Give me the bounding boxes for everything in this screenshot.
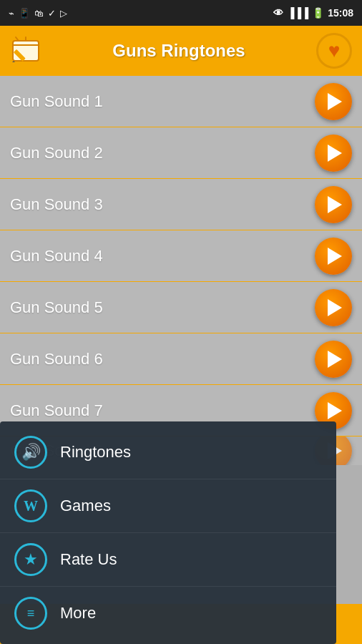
list-item[interactable]: Gun Sound 4 [0,230,362,282]
item-label: Gun Sound 3 [10,195,103,214]
ringtone-list: Gun Sound 1 Gun Sound 2 Gun Sound 3 Gun … [0,76,362,465]
list-item[interactable]: Gun Sound 1 [0,76,362,127]
play-icon [328,299,342,316]
sim-icon: 📱 [19,8,30,19]
play-button[interactable] [315,83,352,120]
dropdown-item-more[interactable]: ≡ More [0,587,336,640]
rate-label: Rate Us [60,550,117,569]
play-icon [328,93,342,110]
signal-icon: ▐▐▐ [287,7,308,19]
item-label: Gun Sound 4 [10,247,103,265]
eye-icon: 👁 [273,7,283,19]
list-icon: ≡ [27,606,35,621]
play-icon [328,351,342,368]
play-icon [328,196,342,213]
usb-icon: ⌁ [9,8,14,19]
status-bar: ⌁ 📱 🛍 ✓ ▷ 👁 ▐▐▐ 🔋 15:08 [0,0,362,26]
favorites-button[interactable]: ♥ [316,33,352,69]
play-button[interactable] [315,341,352,378]
status-icons-left: ⌁ 📱 🛍 ✓ ▷ [9,8,67,19]
status-icons-right: 👁 ▐▐▐ 🔋 15:08 [273,7,353,19]
dropdown-item-games[interactable]: W Games [0,479,336,533]
play-button[interactable] [315,186,352,223]
play-button[interactable] [315,289,352,326]
games-icon: W [24,498,38,514]
item-label: Gun Sound 2 [10,144,103,162]
item-label: Gun Sound 6 [10,350,103,369]
star-icon: ★ [24,550,38,569]
ringtones-icon-circle: 🔊 [14,436,47,469]
item-label: Gun Sound 1 [10,92,103,111]
rate-icon-circle: ★ [14,543,47,576]
dropdown-menu: 🔊 Ringtones W Games ★ Rate Us ≡ More [0,421,336,644]
ringtones-label: Ringtones [60,443,131,462]
list-item[interactable]: Gun Sound 6 [0,333,362,385]
arrow-icon: ▷ [60,8,67,19]
item-label: Gun Sound 5 [10,298,103,317]
more-label: More [60,604,96,623]
play-icon [328,248,342,265]
play-icon [328,145,342,162]
dropdown-item-rate[interactable]: ★ Rate Us [0,533,336,587]
games-icon-circle: W [14,489,47,522]
time-display: 15:08 [328,7,353,19]
play-button[interactable] [315,135,352,172]
play-icon [328,402,342,419]
dropdown-item-ringtones[interactable]: 🔊 Ringtones [0,426,336,479]
list-item[interactable]: Gun Sound 2 [0,127,362,179]
list-item[interactable]: Gun Sound 3 [0,179,362,230]
more-icon-circle: ≡ [14,597,47,630]
speaker-icon: 🔊 [21,443,41,462]
play-button[interactable] [315,238,352,275]
item-label: Gun Sound 7 [10,401,103,420]
list-item[interactable]: Gun Sound 5 [0,282,362,333]
games-label: Games [60,497,111,515]
app-header: Guns Ringtones ♥ [0,26,362,76]
heart-icon: ♥ [328,39,341,62]
check-icon: ✓ [48,8,56,19]
battery-icon: 🔋 [312,7,324,19]
app-logo [10,35,41,67]
bag-icon: 🛍 [34,8,44,19]
app-title: Guns Ringtones [41,41,316,61]
